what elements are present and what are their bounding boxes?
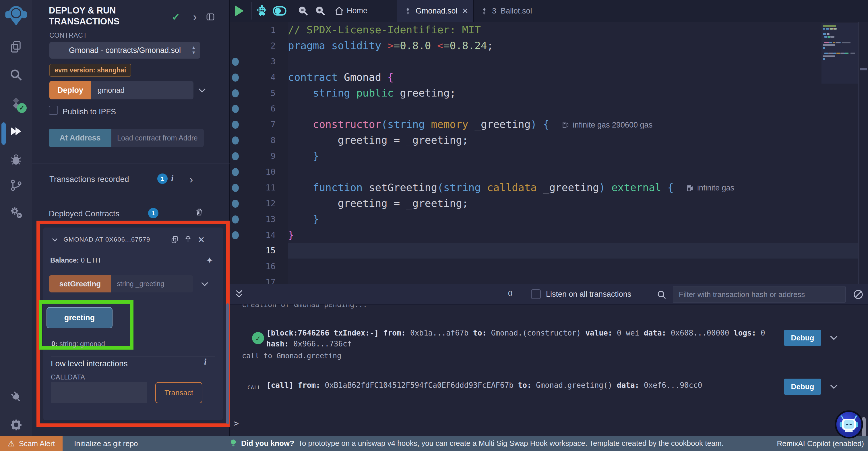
- editor-scrollbar[interactable]: [860, 68, 867, 71]
- green-highlight-box: greeting 0: string: gmonad: [39, 300, 133, 349]
- tab-3-ballot-sol[interactable]: 3_Ballot.sol: [474, 0, 544, 22]
- minimap[interactable]: [822, 23, 858, 84]
- low-level-interactions-label: Low level interactions: [51, 359, 128, 368]
- tx-success-check-icon: ✓: [252, 332, 264, 344]
- code-line-13[interactable]: 13 }: [229, 212, 868, 227]
- home-icon[interactable]: [332, 3, 347, 19]
- at-address-button[interactable]: At Address: [49, 129, 112, 147]
- expand-log-chevron-icon[interactable]: [828, 381, 839, 392]
- lightbulb-icon: [229, 439, 237, 448]
- calldata-input[interactable]: [51, 382, 147, 403]
- code-text: }: [288, 148, 319, 164]
- code-line-15[interactable]: 15: [229, 243, 868, 258]
- copy-address-icon[interactable]: [170, 235, 179, 244]
- transact-button[interactable]: Transact: [155, 382, 203, 403]
- tab-gmonad-sol[interactable]: Gmonad.sol ✕: [397, 0, 474, 22]
- expand-log-chevron-icon[interactable]: [828, 332, 839, 343]
- clear-console-ban-icon[interactable]: [852, 289, 864, 300]
- call-log-entry[interactable]: [call] from: 0xB1aB62fdFC104512F594fCa0E…: [267, 381, 777, 390]
- init-git-repo-button[interactable]: Initialize as git repo: [74, 439, 138, 448]
- card-collapse-chevron-icon[interactable]: [50, 235, 59, 244]
- code-line-1[interactable]: 1// SPDX-License-Identifier: MIT: [229, 22, 868, 38]
- code-line-10[interactable]: 10: [229, 164, 868, 180]
- deploy-expand-chevron-icon[interactable]: [197, 85, 207, 95]
- transaction-filter-input[interactable]: [673, 286, 846, 303]
- code-line-5[interactable]: 5 string public greeting;: [229, 85, 868, 101]
- listen-all-transactions-label: Listen on all transactions: [546, 290, 631, 299]
- close-tab-icon[interactable]: ✕: [462, 7, 468, 16]
- remixai-assistant-button[interactable]: [835, 410, 863, 439]
- plugin-connector-icon[interactable]: [0, 384, 32, 410]
- expand-terminal-icon[interactable]: [234, 289, 245, 300]
- scam-alert-button[interactable]: ⚠ Scam Alert: [0, 436, 63, 451]
- code-text: // SPDX-License-Identifier: MIT: [288, 22, 481, 38]
- remove-contract-close-icon[interactable]: ✕: [197, 235, 206, 244]
- debugger-icon[interactable]: [0, 146, 32, 172]
- code-text: pragma solidity >=0.8.0 <=0.8.24;: [288, 38, 493, 54]
- deploy-button[interactable]: Deploy: [50, 81, 91, 100]
- code-area[interactable]: 1// SPDX-License-Identifier: MIT2pragma …: [229, 22, 868, 284]
- tx-log-entry[interactable]: [block:7646266 txIndex:-] from: 0xb1a...…: [267, 328, 777, 349]
- code-line-14[interactable]: 14}: [229, 227, 868, 243]
- transactions-expand-chevron-icon[interactable]: ›: [189, 173, 193, 186]
- code-line-12[interactable]: 12 greeting = _greeting;: [229, 196, 868, 212]
- pin-contract-icon[interactable]: [183, 235, 193, 244]
- at-address-input[interactable]: [112, 129, 204, 147]
- compiled-check-badge: ✓: [17, 103, 27, 113]
- listen-all-transactions-checkbox[interactable]: [531, 289, 541, 299]
- plugin-manager-icon[interactable]: [0, 199, 32, 225]
- warning-icon: ⚠: [8, 439, 15, 448]
- code-line-17[interactable]: 17: [229, 274, 868, 284]
- run-script-play-icon[interactable]: [232, 3, 247, 19]
- constructor-arg-input[interactable]: [91, 81, 193, 100]
- copilot-toggle-icon[interactable]: [272, 3, 287, 19]
- line-number: 13: [229, 212, 276, 227]
- git-icon[interactable]: [0, 172, 32, 198]
- panel-scrollbar[interactable]: [226, 303, 229, 424]
- zoom-out-icon[interactable]: [296, 3, 311, 19]
- line-number: 9: [229, 148, 276, 164]
- settings-icon[interactable]: [0, 412, 32, 438]
- file-explorer-icon[interactable]: [0, 34, 32, 60]
- zoom-in-icon[interactable]: [313, 3, 328, 19]
- deploy-run-icon[interactable]: [0, 118, 32, 144]
- collapse-panel-chevron-icon[interactable]: ›: [189, 11, 200, 22]
- pin-panel-icon[interactable]: [205, 11, 216, 22]
- terminal-prompt[interactable]: >: [234, 418, 239, 428]
- deploy-run-panel: DEPLOY & RUN TRANSACTIONS ✓ › CONTRACT G…: [32, 0, 229, 436]
- low-level-info-icon[interactable]: i: [204, 357, 206, 367]
- code-text: contract Gmonad {: [288, 69, 394, 85]
- transactions-info-icon[interactable]: i: [171, 173, 174, 183]
- ai-sparkle-icon[interactable]: ✦: [205, 256, 214, 265]
- solidity-compiler-icon[interactable]: ✓: [0, 90, 32, 116]
- terminal-log-area[interactable]: creation of Gmonad pending... ✓[block:76…: [229, 305, 868, 436]
- set-greeting-arg-input[interactable]: [111, 275, 193, 292]
- code-line-3[interactable]: 3: [229, 54, 868, 69]
- terminal-header: 0 Listen on all transactions: [229, 284, 868, 305]
- debug-button[interactable]: Debug: [784, 330, 821, 346]
- code-line-16[interactable]: 16: [229, 258, 868, 274]
- code-line-9[interactable]: 9 }: [229, 148, 868, 164]
- clear-deployed-trash-icon[interactable]: [195, 207, 204, 217]
- editor-toolbar: Home Gmonad.sol ✕ 3_Ballot.sol: [229, 0, 868, 22]
- remixai-robot-icon[interactable]: [254, 3, 269, 19]
- compile-success-check-icon: ✓: [170, 11, 181, 22]
- code-line-11[interactable]: 11 function setGreeting(string calldata …: [229, 180, 868, 196]
- code-line-8[interactable]: 8 greeting = _greeting;: [229, 133, 868, 148]
- search-icon[interactable]: [0, 62, 32, 88]
- home-tab[interactable]: Home: [347, 6, 367, 15]
- solidity-file-icon: [405, 7, 411, 15]
- contract-address-title[interactable]: GMONAD AT 0X606...67579: [63, 236, 166, 243]
- greeting-button[interactable]: greeting: [46, 307, 113, 328]
- code-line-4[interactable]: 4contract Gmonad {: [229, 69, 868, 85]
- code-line-6[interactable]: 6: [229, 101, 868, 117]
- remix-logo-icon[interactable]: [4, 3, 28, 30]
- debug-button[interactable]: Debug: [784, 378, 821, 395]
- code-line-2[interactable]: 2pragma solidity >=0.8.0 <=0.8.24;: [229, 38, 868, 54]
- set-greeting-button[interactable]: setGreeting: [49, 275, 111, 292]
- publish-ipfs-checkbox[interactable]: [49, 106, 58, 115]
- code-line-7[interactable]: 7 constructor(string memory _greeting) {…: [229, 117, 868, 133]
- set-greeting-expand-chevron-icon[interactable]: [199, 279, 210, 289]
- terminal-search-icon[interactable]: [656, 289, 667, 300]
- contract-select[interactable]: Gmonad - contracts/Gmonad.sol ▲▼: [50, 42, 200, 59]
